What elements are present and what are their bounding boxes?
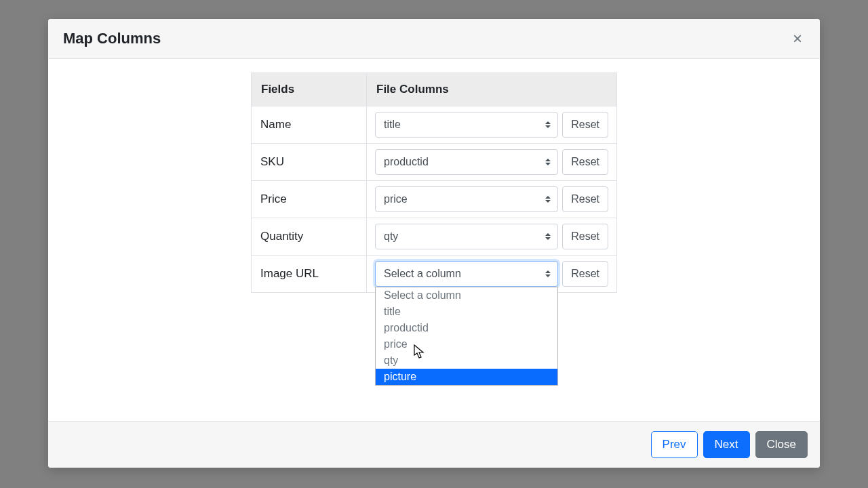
field-label-image-url: Image URL <box>252 256 367 293</box>
reset-button-sku[interactable]: Reset <box>562 149 608 175</box>
select-value: price <box>384 193 408 205</box>
chevron-updown-icon <box>545 159 551 165</box>
reset-button-name[interactable]: Reset <box>562 112 608 138</box>
field-label-quantity: Quantity <box>252 218 367 256</box>
column-select-price[interactable]: price <box>375 186 558 212</box>
select-value: productid <box>384 156 429 168</box>
dropdown-option-qty[interactable]: qty <box>376 352 557 369</box>
table-row: Quantity qty Reset <box>252 218 617 256</box>
modal-footer: Prev Next Close <box>48 421 820 468</box>
table-row: Price price Reset <box>252 181 617 218</box>
map-columns-modal: Map Columns × Fields File Columns Name <box>48 19 820 468</box>
reset-button-image-url[interactable]: Reset <box>562 261 608 287</box>
prev-button[interactable]: Prev <box>651 431 698 458</box>
column-select-image-url[interactable]: Select a column <box>375 261 558 287</box>
next-button[interactable]: Next <box>703 431 750 458</box>
chevron-updown-icon <box>545 196 551 203</box>
column-select-name[interactable]: title <box>375 112 558 138</box>
field-label-sku: SKU <box>252 144 367 181</box>
field-label-name: Name <box>252 106 367 144</box>
close-button[interactable]: Close <box>755 431 808 458</box>
chevron-updown-icon <box>545 233 551 240</box>
dropdown-option-title[interactable]: title <box>376 304 557 320</box>
column-dropdown: Select a column title productid price qt… <box>375 287 558 386</box>
chevron-updown-icon <box>545 270 551 277</box>
reset-button-quantity[interactable]: Reset <box>562 224 608 249</box>
reset-button-price[interactable]: Reset <box>562 186 608 212</box>
col-header-file-columns: File Columns <box>367 73 617 106</box>
dropdown-option-price[interactable]: price <box>376 336 557 352</box>
modal-header: Map Columns × <box>48 19 820 59</box>
chevron-updown-icon <box>545 121 551 128</box>
table-row: Image URL Select a column Select a colum… <box>252 256 617 293</box>
select-value: Select a column <box>384 268 461 280</box>
dropdown-option-productid[interactable]: productid <box>376 320 557 336</box>
modal-title: Map Columns <box>63 30 161 47</box>
close-icon[interactable]: × <box>790 30 805 47</box>
mapping-table: Fields File Columns Name title <box>251 73 617 293</box>
dropdown-option-picture[interactable]: picture <box>376 369 557 385</box>
column-select-sku[interactable]: productid <box>375 149 558 175</box>
select-value: qty <box>384 230 398 243</box>
modal-body: Fields File Columns Name title <box>48 59 820 421</box>
dropdown-option-placeholder[interactable]: Select a column <box>376 287 557 304</box>
col-header-fields: Fields <box>252 73 367 106</box>
field-label-price: Price <box>252 181 367 218</box>
column-select-quantity[interactable]: qty <box>375 224 558 249</box>
select-value: title <box>384 119 401 131</box>
table-row: SKU productid Reset <box>252 144 617 181</box>
table-row: Name title Reset <box>252 106 617 144</box>
